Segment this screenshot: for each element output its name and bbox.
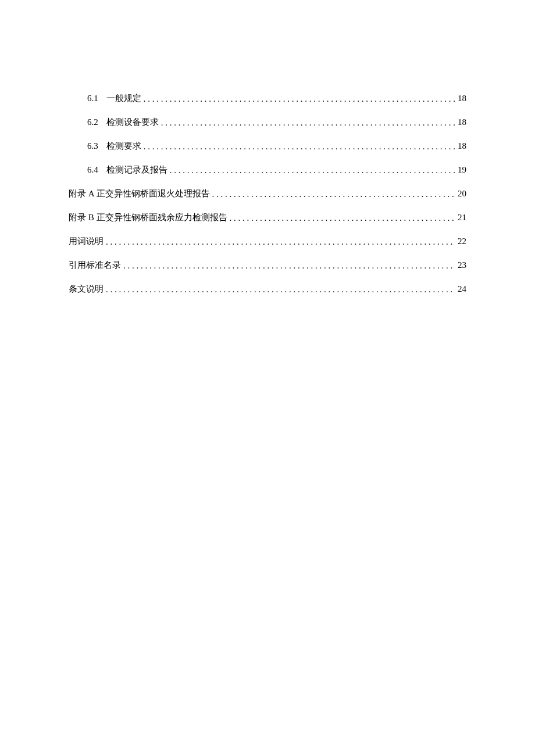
toc-number: 6.1 [87,94,98,103]
toc-page: 24 [458,284,466,294]
toc-number: 6.2 [87,117,98,127]
toc-entry-6-1: 6.1 一般规定 18 [69,93,466,104]
toc-leader-dots [144,94,455,104]
toc-title: 条文说明 [69,284,104,295]
toc-title: 检测要求 [106,141,141,152]
toc-leader-dots [170,166,455,175]
toc-entry-explanation: 条文说明 24 [69,284,466,295]
toc-title: 附录 A 正交异性钢桥面退火处理报告 [69,188,210,199]
toc-entry-references: 引用标准名录 23 [69,260,466,271]
toc-page: 20 [458,189,466,199]
toc-entry-6-4: 6.4 检测记录及报告 19 [69,164,466,175]
toc-leader-dots [212,189,455,199]
toc-title: 用词说明 [69,236,104,247]
toc-page: 21 [458,213,466,223]
toc-title: 引用标准名录 [69,260,121,271]
toc-page: 19 [458,165,466,175]
toc-leader-dots [230,213,455,223]
toc-title: 检测记录及报告 [106,164,167,175]
toc-number: 6.3 [87,141,98,151]
toc-number: 6.4 [87,165,98,175]
toc-entry-6-3: 6.3 检测要求 18 [69,141,466,152]
toc-page: 22 [458,237,466,246]
toc-leader-dots [106,285,455,295]
toc-leader-dots [123,261,455,271]
toc-entry-appendix-b: 附录 B 正交异性钢桥面残余应力检测报告 21 [69,212,466,223]
toc-leader-dots [161,118,455,128]
toc-title: 检测设备要求 [106,117,159,128]
toc-title: 一般规定 [106,93,141,104]
toc-page: 18 [458,117,466,127]
toc-page: 18 [458,94,466,103]
toc-leader-dots [144,142,455,152]
toc-entry-6-2: 6.2 检测设备要求 18 [69,117,466,128]
toc-title: 附录 B 正交异性钢桥面残余应力检测报告 [69,212,227,223]
toc-page: 23 [458,260,466,270]
toc-entry-terminology: 用词说明 22 [69,236,466,247]
toc-page: 18 [458,141,466,151]
toc-leader-dots [106,237,455,247]
table-of-contents: 6.1 一般规定 18 6.2 检测设备要求 18 6.3 检测要求 18 6.… [69,93,466,295]
toc-entry-appendix-a: 附录 A 正交异性钢桥面退火处理报告 20 [69,188,466,199]
